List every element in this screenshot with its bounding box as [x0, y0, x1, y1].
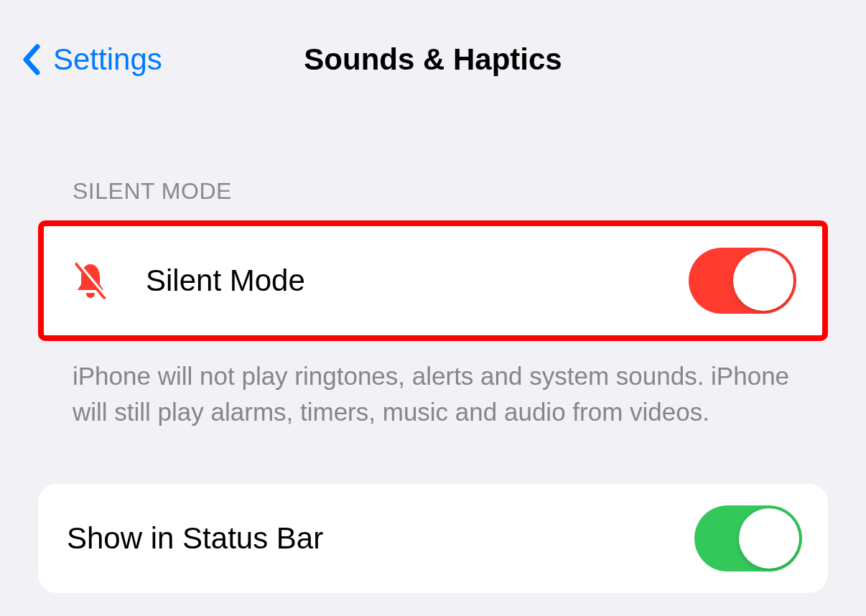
silent-mode-footer: iPhone will not play ringtones, alerts a…	[38, 341, 828, 429]
toggle-knob	[739, 508, 799, 569]
bell-slash-icon	[73, 261, 108, 300]
navigation-bar: Settings Sounds & Haptics	[0, 0, 866, 86]
back-label: Settings	[53, 42, 162, 77]
section-gap	[38, 429, 828, 484]
show-in-status-bar-toggle[interactable]	[694, 505, 802, 571]
show-in-status-bar-label: Show in Status Bar	[67, 521, 694, 556]
silent-mode-toggle[interactable]	[689, 248, 796, 314]
status-bar-group: Show in Status Bar	[38, 484, 828, 593]
toggle-knob	[733, 251, 793, 311]
section-header-silent: SILENT MODE	[38, 178, 828, 220]
silent-mode-row[interactable]: Silent Mode	[38, 220, 828, 341]
silent-mode-label: Silent Mode	[146, 263, 689, 298]
back-button[interactable]: Settings	[22, 42, 162, 77]
silent-icon-wrap	[73, 261, 111, 300]
content-area: SILENT MODE Silent Mode iPhone will not …	[0, 86, 866, 593]
page-title: Sounds & Haptics	[304, 42, 562, 77]
chevron-left-icon	[22, 44, 42, 75]
show-in-status-bar-row[interactable]: Show in Status Bar	[38, 484, 828, 593]
silent-mode-group: Silent Mode	[38, 220, 828, 341]
